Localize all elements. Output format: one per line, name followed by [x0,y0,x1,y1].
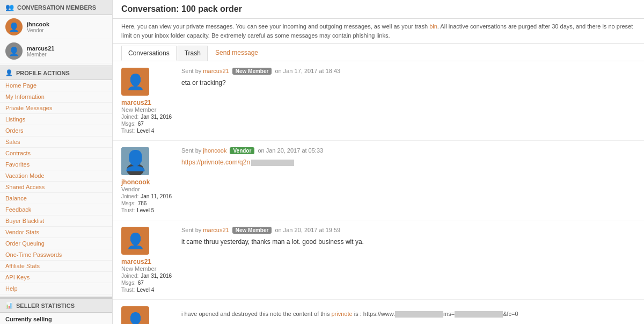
user-icon-3: 👤 [126,232,145,250]
sender-link-3[interactable]: marcus21 [203,227,229,233]
stats-currently-selling: Currently selling Listed items 0 Will se… [0,313,112,324]
msg-header-2: Sent by jhoncook Vendor on Jan 20, 2017 … [181,147,635,154]
seller-stats-header: 📊 SELLER STATISTICS [0,297,112,313]
msg-header-3: Sent by marcus21 New Member on Jan 20, 2… [181,227,635,234]
tab-conversations[interactable]: Conversations [121,46,177,61]
redacted-box-2 [251,160,294,166]
info-bar: Here, you can view your private messages… [113,19,644,44]
redacted-url-2 [455,311,503,318]
conversation-members-header: 👥 CONVERSATION MEMBERS [0,0,112,15]
info-text: Here, you can view your private messages… [121,23,633,39]
tab-send-message[interactable]: Send message [209,46,265,61]
message-3: 👤 marcus21 New Member Joined: Jan 31, 20… [113,220,644,300]
nav-listings[interactable]: Listings [0,114,112,125]
bottom-msg-content: i have opened and destroyed this note th… [181,306,635,324]
stats-icon: 📊 [5,302,13,309]
nav-api-keys[interactable]: API Keys [0,272,112,283]
tab-trash[interactable]: Trash [178,46,208,61]
profile-icon: 👤 [5,69,13,76]
msg-avatar-3: 👤 [121,227,149,255]
member-role-marcus21: Member [27,52,54,57]
msg-user-name-2[interactable]: jhoncook [121,178,175,186]
msg-meta-trust-1: Trust: Level 4 [121,128,175,134]
user-icon-1: 👤 [126,73,145,91]
msg-text-1: eta or tracking? [181,78,635,88]
profile-actions-header: 👤 PROFILE ACTIONS [0,66,112,80]
msg-user-name-1[interactable]: marcus21 [121,99,175,106]
profile-actions-label: PROFILE ACTIONS [16,70,70,76]
badge-new-member-3: New Member [232,227,272,234]
msg-user-role-2: Vendor [121,186,175,192]
msg-left-2: jhoncook Vendor Joined: Jan 11, 2016 Msg… [121,147,175,213]
svg-rect-0 [121,147,149,175]
nav-balance[interactable]: Balance [0,193,112,204]
sender-link-1[interactable]: marcus21 [203,68,229,74]
nav-one-time-passwords[interactable]: One-Time Passwords [0,249,112,261]
bottom-msg-avatar: 👤 [121,306,149,324]
page-title: Conversation: 100 pack order [113,0,644,19]
redacted-url-1 [395,311,443,318]
photo-jhoncook [121,147,149,175]
avatar-icon: 👤 [9,22,19,32]
members-icon: 👥 [5,3,14,11]
nav-help[interactable]: Help [0,283,112,294]
msg-text-3: it came thruu yesterday, thanks man a lo… [181,237,635,247]
nav-affiliate-stats[interactable]: Affiliate Stats [0,261,112,272]
seller-stats-label: SELLER STATISTICS [16,303,75,309]
nav-vendor-stats[interactable]: Vendor Stats [0,227,112,238]
currently-selling-title: Currently selling [5,316,107,322]
msg-meta-msgs-1: Msgs: 67 [121,121,175,127]
member-item-marcus21: 👤 marcus21 Member [0,39,112,63]
msg-meta-msgs-3: Msgs: 67 [121,280,175,286]
nav-vacation-mode[interactable]: Vacation Mode [0,170,112,182]
nav-my-information[interactable]: My Information [0,91,112,103]
msg-content-2: Sent by jhoncook Vendor on Jan 20, 2017 … [181,147,635,213]
nav-sales[interactable]: Sales [0,136,112,148]
msg-header-1: Sent by marcus21 New Member on Jan 17, 2… [181,68,635,75]
msg-user-name-3[interactable]: marcus21 [121,258,175,265]
nav-favorites[interactable]: Favorites [0,159,112,170]
msg-meta-joined-3: Joined: Jan 31, 2016 [121,273,175,279]
bottom-user-icon: 👤 [126,312,145,325]
privnote-destroyed-text: i have opened and destroyed this note th… [181,306,635,322]
msg-meta-joined-1: Joined: Jan 31, 2016 [121,114,175,120]
msg-left-1: 👤 marcus21 New Member Joined: Jan 31, 20… [121,68,175,134]
tabs-bar: Conversations Trash Send message [113,44,644,61]
nav-private-messages[interactable]: Private Messages [0,103,112,114]
msg-avatar-2 [121,147,149,175]
member-info-marcus21: marcus21 Member [27,45,54,57]
nav-home-page[interactable]: Home Page [0,80,112,91]
msg-meta-joined-2: Joined: Jan 11, 2016 [121,193,175,199]
member-role-jhncook: Vendor [27,27,49,33]
msg-user-role-1: New Member [121,106,175,113]
avatar-icon: 👤 [9,46,19,56]
nav-contracts[interactable]: Contracts [0,148,112,159]
nav-order-queuing[interactable]: Order Queuing [0,238,112,249]
conversation-members-label: CONVERSATION MEMBERS [17,4,96,11]
nav-buyer-blacklist[interactable]: Buyer Blacklist [0,215,112,227]
msg-left-3: 👤 marcus21 New Member Joined: Jan 31, 20… [121,227,175,293]
msg-meta-trust-3: Trust: Level 4 [121,287,175,293]
member-info-jhncook: jhncook Vendor [27,21,49,33]
member-name-marcus21[interactable]: marcus21 [27,45,54,52]
svg-point-1 [130,152,141,162]
nav-orders[interactable]: Orders [0,125,112,136]
message-1: 👤 marcus21 New Member Joined: Jan 31, 20… [113,61,644,141]
privnote-text-link[interactable]: privnote [331,311,352,317]
nav-feedback[interactable]: Feedback [0,204,112,215]
sidebar: 👥 CONVERSATION MEMBERS 👤 jhncook Vendor … [0,0,113,324]
avatar-jhncook: 👤 [5,18,23,35]
messages-container: 👤 marcus21 New Member Joined: Jan 31, 20… [113,61,644,324]
bottom-message-block: 👤 i have opened and destroyed this note … [113,300,644,324]
trash-link[interactable]: bin [429,23,437,30]
member-name-jhncook[interactable]: jhncook [27,21,49,27]
msg-avatar-1: 👤 [121,68,149,96]
message-2: jhoncook Vendor Joined: Jan 11, 2016 Msg… [113,141,644,220]
bottom-msg-left: 👤 [121,306,175,324]
member-item-jhncook: 👤 jhncook Vendor [0,15,112,39]
badge-new-member-1: New Member [232,68,272,75]
privnote-link-2[interactable]: https://privnote.com/q2n [181,159,250,166]
sender-link-2[interactable]: jhoncook [203,147,226,154]
msg-meta-trust-2: Trust: Level 5 [121,207,175,213]
nav-shared-access[interactable]: Shared Access [0,182,112,193]
